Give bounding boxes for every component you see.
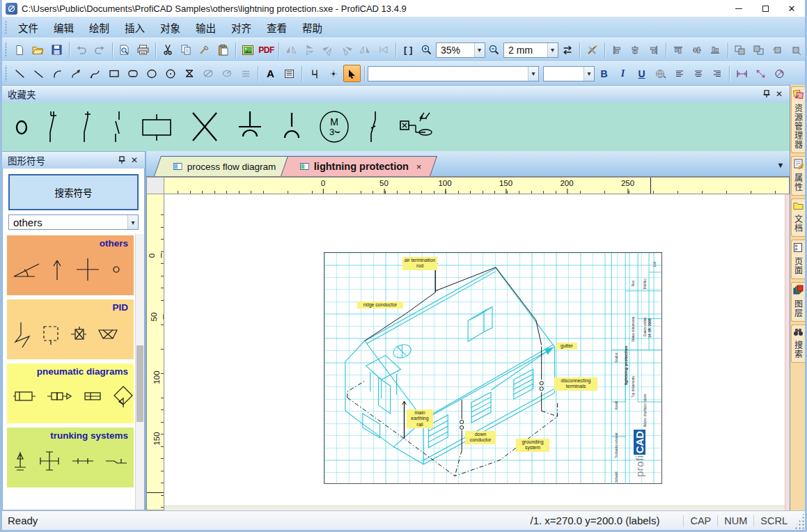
symbol-pneumatic-valve-assembly[interactable] bbox=[46, 391, 72, 404]
open-file-button[interactable] bbox=[29, 41, 47, 58]
favorite-symbol-crossing[interactable] bbox=[189, 109, 221, 145]
tab-lightning-protection[interactable]: lightning protection × bbox=[281, 156, 437, 176]
text-block-tool[interactable] bbox=[281, 65, 298, 82]
right-tab-pages[interactable]: 页面 bbox=[791, 240, 805, 279]
canvas-vertical-scrollbar[interactable] bbox=[785, 194, 790, 510]
favorite-symbol-circuit-breaker-assembly[interactable] bbox=[396, 109, 435, 145]
symbol-dot[interactable] bbox=[111, 265, 121, 276]
symbol-pneumatic-cylinder[interactable] bbox=[13, 389, 36, 405]
arc-tool[interactable] bbox=[49, 65, 66, 82]
undo-button[interactable] bbox=[72, 41, 90, 58]
pin-icon[interactable] bbox=[760, 88, 773, 100]
text-align-left-button[interactable] bbox=[671, 65, 688, 82]
drawing-label[interactable]: down conductor bbox=[465, 431, 496, 444]
settings-tools-button[interactable] bbox=[583, 41, 601, 58]
drawing-label[interactable]: gutter bbox=[556, 343, 577, 350]
align-bottom-button[interactable] bbox=[707, 41, 724, 58]
drawing-label[interactable]: air termination rod bbox=[402, 257, 437, 270]
drawing-page[interactable]: air termination rodridge conductorgutter… bbox=[324, 252, 662, 484]
pin-icon[interactable] bbox=[116, 154, 128, 166]
drawing-sheet-area[interactable]: air termination rodridge conductorgutter… bbox=[164, 194, 790, 510]
mirror-icon[interactable] bbox=[357, 41, 374, 58]
search-symbols-button[interactable]: 搜索符号 bbox=[8, 174, 139, 210]
menu-item[interactable]: 绘制 bbox=[81, 20, 117, 35]
drawing-label[interactable]: ridge conductor bbox=[357, 302, 403, 308]
symbol-pid-sieve[interactable] bbox=[97, 327, 118, 345]
close-button[interactable]: ✕ bbox=[778, 0, 805, 17]
favorite-symbol-isolator-switch[interactable] bbox=[44, 109, 65, 145]
favorite-symbol-circle[interactable] bbox=[13, 109, 30, 145]
favorite-symbol-switch-disconnector[interactable] bbox=[79, 109, 97, 145]
right-tab-documents[interactable]: 文档 bbox=[791, 198, 805, 237]
symbol-trunking-line-ticks[interactable] bbox=[71, 457, 95, 467]
toolbar-grip[interactable] bbox=[4, 65, 8, 81]
drawing-label[interactable]: grounding system bbox=[516, 439, 549, 452]
canvas-horizontal-scrollbar[interactable] bbox=[164, 506, 785, 510]
symbol-group-pid[interactable]: PID bbox=[7, 299, 134, 359]
align-left-button[interactable] bbox=[609, 41, 626, 58]
toolbar-grip[interactable] bbox=[4, 42, 8, 58]
align-top-button[interactable] bbox=[670, 41, 687, 58]
italic-button[interactable]: I bbox=[614, 65, 632, 82]
rotate-right-icon[interactable] bbox=[338, 41, 355, 58]
polyline-tool[interactable] bbox=[30, 65, 47, 82]
right-tab-search[interactable]: 搜索 bbox=[791, 324, 805, 363]
favorite-symbol-three-phase-motor[interactable]: M 3~ bbox=[318, 109, 350, 145]
underline-button[interactable]: U bbox=[633, 65, 650, 82]
symbol-pid-zigzag[interactable] bbox=[13, 321, 32, 351]
curve-tool[interactable] bbox=[86, 65, 104, 82]
flip-horizontal-icon[interactable] bbox=[283, 41, 300, 58]
symbol-trunking-line-step[interactable] bbox=[104, 457, 128, 467]
right-tab-resource-manager[interactable]: 资源管理器 bbox=[791, 86, 805, 153]
symbol-search-combobox[interactable] bbox=[368, 66, 539, 81]
bezier-tool[interactable] bbox=[68, 65, 85, 82]
symbol-angle[interactable] bbox=[13, 260, 40, 281]
send-backward-button[interactable] bbox=[787, 41, 804, 58]
menu-item[interactable]: 帮助 bbox=[295, 20, 330, 35]
category-combobox[interactable]: others bbox=[8, 214, 139, 230]
tab-close-icon[interactable]: × bbox=[414, 162, 422, 172]
symbol-pid-valve[interactable] bbox=[70, 325, 88, 347]
text-tool[interactable]: A bbox=[262, 65, 279, 82]
menu-item[interactable]: 查看 bbox=[259, 20, 295, 35]
tab-process-flow-diagram[interactable]: process flow diagram bbox=[154, 156, 292, 176]
close-icon[interactable]: ✕ bbox=[773, 88, 785, 100]
scrollbar-thumb[interactable] bbox=[136, 345, 143, 422]
align-right-button[interactable] bbox=[645, 41, 663, 58]
grid-size-combobox[interactable]: 2 mm bbox=[503, 42, 558, 58]
zoom-level-combobox[interactable]: 35% bbox=[436, 42, 485, 58]
text-align-center-button[interactable] bbox=[689, 65, 707, 82]
symbol-group-trunking[interactable]: trunking systems bbox=[7, 428, 134, 487]
bring-forward-button[interactable] bbox=[769, 41, 786, 58]
export-image-button[interactable] bbox=[240, 41, 257, 58]
drawing-label[interactable]: main earthing rail bbox=[407, 409, 433, 428]
favorite-symbol-contactor[interactable] bbox=[364, 109, 382, 145]
node-tool[interactable] bbox=[324, 65, 342, 82]
favorite-symbol-earth-electrode-a[interactable] bbox=[235, 109, 265, 145]
font-size-combobox[interactable] bbox=[543, 66, 595, 81]
paste-button[interactable] bbox=[214, 41, 232, 58]
dimension-diameter-tool[interactable] bbox=[771, 65, 788, 82]
drawing-label[interactable]: disconnecting terminals bbox=[554, 377, 597, 391]
flip-vertical-icon[interactable] bbox=[301, 41, 318, 58]
rounded-rectangle-tool[interactable] bbox=[124, 65, 141, 82]
menu-item[interactable]: 编辑 bbox=[46, 20, 81, 35]
zoom-in-button[interactable] bbox=[418, 41, 435, 58]
menu-item[interactable]: 插入 bbox=[117, 20, 152, 35]
symbol-group-pneumatic[interactable]: pneumatic diagrams bbox=[7, 363, 134, 423]
maximize-button[interactable] bbox=[752, 0, 778, 17]
rectangle-tool[interactable] bbox=[105, 65, 123, 82]
symbols-scrollbar[interactable] bbox=[135, 234, 144, 510]
resize-grip[interactable] bbox=[794, 511, 805, 530]
redo-button[interactable] bbox=[91, 41, 109, 58]
minimize-button[interactable] bbox=[726, 0, 752, 17]
polygon-tool[interactable] bbox=[180, 65, 198, 82]
zoom-out-button[interactable] bbox=[486, 41, 503, 58]
symbol-pneumatic-filter[interactable] bbox=[113, 385, 134, 409]
symbol-pid-dashed-box[interactable] bbox=[42, 324, 60, 347]
skew-icon[interactable] bbox=[375, 41, 392, 58]
symbol-trunking-pole[interactable] bbox=[13, 451, 28, 474]
rotate-left-icon[interactable] bbox=[320, 41, 337, 58]
favorite-symbol-resistor-block[interactable] bbox=[139, 109, 175, 145]
print-preview-button[interactable] bbox=[116, 41, 134, 58]
